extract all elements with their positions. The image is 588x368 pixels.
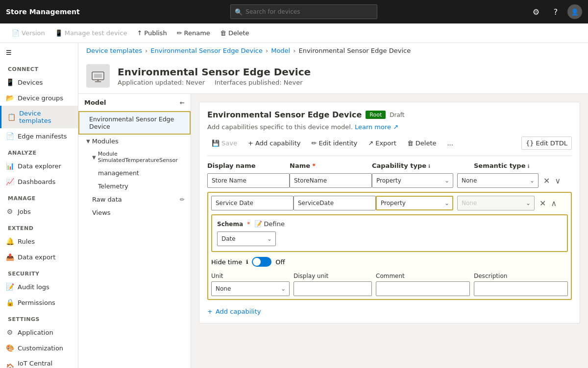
- service-date-name-input[interactable]: [294, 196, 376, 210]
- save-button[interactable]: 💾 Save: [207, 137, 242, 150]
- add-capability-label[interactable]: Add capability: [216, 308, 261, 315]
- sidebar-item-iot-central-home[interactable]: 🏠 IoT Central Home: [0, 356, 78, 368]
- model-section-header[interactable]: Model ←: [78, 94, 191, 111]
- cap-delete-icon: 🗑: [407, 139, 414, 147]
- sidebar-item-audit-logs[interactable]: 📝 Audit logs: [0, 279, 78, 295]
- service-date-name-field: [294, 196, 372, 210]
- management-tree-item[interactable]: management: [78, 166, 191, 180]
- sidebar-item-data-explorer[interactable]: 📊 Data explorer: [0, 158, 78, 174]
- hamburger-menu[interactable]: ☰: [0, 43, 78, 60]
- schema-required-marker: *: [247, 220, 250, 228]
- sidebar-item-device-groups[interactable]: 📂 Device groups: [0, 90, 78, 106]
- modules-section[interactable]: ▼ Modules: [78, 135, 191, 148]
- raw-data-edit-icon[interactable]: ✏: [180, 196, 185, 203]
- analyze-section-label: Analyze: [0, 144, 78, 158]
- store-name-input[interactable]: [290, 173, 372, 188]
- store-name-close-button[interactable]: ✕: [542, 175, 551, 186]
- schema-define-button[interactable]: 📝 Define: [254, 220, 285, 228]
- page-header-text: Environmental Sensor Edge Device Applica…: [118, 66, 311, 86]
- sidebar-item-permissions[interactable]: 🔒 Permissions: [0, 295, 78, 310]
- store-name-display-input[interactable]: [207, 173, 290, 188]
- sidebar-item-rules[interactable]: 🔔 Rules: [0, 233, 78, 249]
- search-input[interactable]: [245, 8, 373, 15]
- display-unit-input[interactable]: [294, 281, 372, 296]
- display-unit-label: Display unit: [294, 273, 372, 279]
- sidebar-item-dashboards[interactable]: 📈 Dashboards: [0, 174, 78, 189]
- views-tree-item[interactable]: Views: [78, 206, 191, 219]
- sidebar-item-device-templates[interactable]: 📋 Device templates: [0, 106, 78, 128]
- store-name-semantic-type-select[interactable]: None: [457, 173, 539, 188]
- hide-time-info-icon: ℹ: [246, 259, 248, 265]
- model-collapse-icon[interactable]: ←: [180, 99, 185, 106]
- schema-select[interactable]: Date DateTime String Integer Double Bool…: [217, 231, 276, 246]
- page-toolbar: 📄 Version 📱 Manage test device ↑ Publish…: [0, 23, 588, 43]
- cap-delete-button[interactable]: 🗑 Delete: [403, 137, 441, 150]
- rename-button[interactable]: ✏ Rename: [173, 27, 214, 39]
- name-required-marker: *: [312, 162, 316, 169]
- publish-button[interactable]: ↑ Publish: [133, 27, 171, 39]
- application-icon: ⚙: [6, 328, 14, 336]
- schema-select-wrapper[interactable]: Date DateTime String Integer Double Bool…: [217, 231, 276, 246]
- hide-time-value: Off: [275, 258, 285, 266]
- add-capability-button[interactable]: + Add capability: [207, 308, 572, 315]
- hide-time-toggle[interactable]: [252, 257, 271, 267]
- comment-input[interactable]: [376, 281, 470, 296]
- search-bar[interactable]: 🔍: [230, 4, 377, 19]
- service-date-close-button[interactable]: ✕: [539, 198, 547, 209]
- service-date-semantic-type[interactable]: None: [457, 196, 535, 210]
- service-date-chevron-up-button[interactable]: ∧: [550, 198, 558, 209]
- topbar-icons: ⚙ ? 👤: [528, 4, 582, 20]
- breadcrumb-device-templates[interactable]: Device templates: [86, 47, 142, 54]
- description-input[interactable]: [474, 281, 568, 296]
- sidebar-item-devices[interactable]: 📱 Devices: [0, 74, 78, 90]
- more-button[interactable]: ...: [442, 137, 457, 150]
- search-icon: 🔍: [235, 8, 243, 16]
- edit-identity-button[interactable]: ✏ Edit identity: [307, 137, 362, 150]
- unit-select[interactable]: None: [211, 281, 290, 296]
- raw-data-tree-item[interactable]: Raw data ✏: [78, 193, 191, 206]
- sidebar-item-customization[interactable]: 🎨 Customization: [0, 340, 78, 356]
- version-button[interactable]: 📄 Version: [8, 27, 49, 39]
- store-name-capability-type[interactable]: Property Telemetry Command: [372, 173, 453, 188]
- sidebar-item-jobs[interactable]: ⚙ Jobs: [0, 204, 78, 219]
- module-triangle-icon: ▼: [92, 155, 96, 160]
- jobs-icon: ⚙: [6, 207, 14, 215]
- delete-button[interactable]: 🗑 Delete: [216, 27, 253, 39]
- store-name-chevron-down-button[interactable]: ∨: [554, 175, 562, 186]
- manage-test-button[interactable]: 📱 Manage test device: [51, 27, 131, 39]
- root-badge: Root: [366, 111, 386, 119]
- env-sensor-tree-item[interactable]: Environmental Sensor Edge Device: [78, 111, 191, 135]
- store-name-display-field: [207, 173, 286, 188]
- store-name-capability-type-select[interactable]: Property Telemetry Command: [372, 173, 453, 188]
- help-icon[interactable]: ?: [548, 4, 564, 20]
- page-subtitle: Application updated: Never Interfaces pu…: [118, 79, 311, 86]
- device-icon: [86, 64, 110, 88]
- service-date-semantic-type-select[interactable]: None: [457, 196, 535, 210]
- service-date-capability-type[interactable]: Property Telemetry Command: [376, 196, 453, 210]
- service-date-capability-type-select[interactable]: Property Telemetry Command: [376, 196, 453, 210]
- description-label: Description: [474, 273, 568, 279]
- schema-header: Schema * 📝 Define: [217, 220, 562, 228]
- breadcrumb-model[interactable]: Model: [271, 47, 290, 54]
- sidebar-item-application[interactable]: ⚙ Application: [0, 324, 78, 340]
- capability-title-row: Environmental Sensor Edge Device Root Dr…: [207, 110, 404, 119]
- store-name-semantic-type[interactable]: None: [457, 173, 539, 188]
- telemetry-tree-item[interactable]: Telemetry: [78, 180, 191, 193]
- learn-more-link[interactable]: Learn more ↗: [355, 123, 398, 131]
- modules-triangle-icon: ▼: [86, 138, 90, 144]
- settings-icon[interactable]: ⚙: [528, 4, 544, 20]
- export-button[interactable]: ↗ Export: [364, 137, 400, 150]
- sidebar-item-data-export[interactable]: 📤 Data export: [0, 249, 78, 265]
- dashboards-icon: 📈: [6, 178, 14, 185]
- breadcrumb-env-sensor[interactable]: Environmental Sensor Edge Device: [150, 47, 263, 54]
- unit-select-wrapper[interactable]: None: [211, 281, 290, 296]
- service-date-display-input[interactable]: [211, 196, 294, 210]
- module-simulated-section[interactable]: ▼ Module SimulatedTemperatureSensor: [78, 148, 191, 166]
- sidebar: ☰ Connect 📱 Devices 📂 Device groups 📋 De…: [0, 43, 78, 368]
- connect-section-label: Connect: [0, 60, 78, 74]
- edit-dtdl-button[interactable]: {} Edit DTDL: [521, 137, 572, 150]
- sidebar-item-edge-manifests[interactable]: 📄 Edge manifests: [0, 128, 78, 144]
- avatar[interactable]: 👤: [567, 4, 582, 19]
- add-capability-toolbar-button[interactable]: + Add capability: [244, 137, 305, 150]
- comment-field: Comment: [376, 273, 470, 296]
